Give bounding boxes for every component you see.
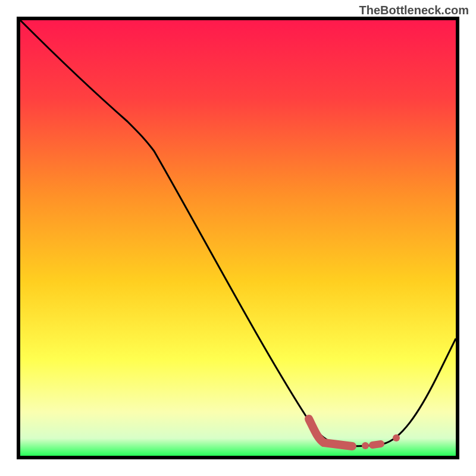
optimal-zone-dot-1 (362, 442, 369, 449)
chart-plot-area (17, 17, 459, 459)
chart-svg (20, 20, 456, 456)
gradient-background (20, 20, 456, 456)
optimal-zone-dot-2 (393, 434, 400, 441)
optimal-zone-segment-right (372, 444, 381, 445)
watermark-label: TheBottleneck.com (359, 4, 469, 17)
optimal-zone-segment-bottom (324, 443, 352, 446)
